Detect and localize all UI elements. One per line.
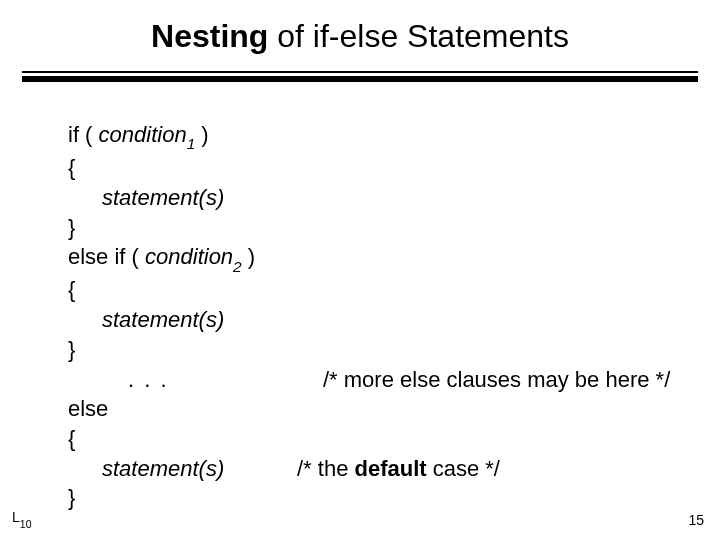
paren-close-2: ) [242, 244, 255, 269]
comment-default: /* the default case */ [297, 454, 500, 484]
code-line-6: { [68, 275, 670, 305]
brace-close-3: } [68, 485, 75, 510]
title-bold: Nesting [151, 18, 268, 54]
code-line-8: } [68, 335, 670, 365]
stmt-1: statement(s) [102, 185, 224, 210]
cond2: condition [145, 244, 233, 269]
slide: Nesting of if-else Statements if ( condi… [0, 0, 720, 540]
stmt-3: statement(s) [68, 454, 297, 484]
code-line-10: else [68, 394, 670, 424]
comment-default-c: case */ [427, 456, 500, 481]
code-line-3: statement(s) [68, 183, 670, 213]
slide-title: Nesting of if-else Statements [0, 0, 720, 65]
footer-right: 15 [688, 512, 704, 528]
footer-left-main: L [12, 509, 20, 525]
comment-more-else: /* more else clauses may be here */ [323, 365, 670, 395]
paren-close-1: ) [195, 122, 208, 147]
cond1: condition [99, 122, 187, 147]
kw-elseif: else if ( [68, 244, 145, 269]
code-line-5: else if ( condition2 ) [68, 242, 670, 275]
kw-if: if ( [68, 122, 99, 147]
ellipsis: . . . [68, 365, 323, 395]
stmt-2: statement(s) [102, 307, 224, 332]
code-line-11: { [68, 424, 670, 454]
comment-default-b: default [354, 456, 426, 481]
brace-open-3: { [68, 426, 75, 451]
title-rest: of if-else Statements [268, 18, 569, 54]
cond1-sub: 1 [187, 135, 196, 152]
footer-left-sub: 10 [20, 518, 32, 530]
code-line-2: { [68, 153, 670, 183]
footer-left: L10 [12, 509, 31, 528]
code-line-12: statement(s)/* the default case */ [68, 454, 670, 484]
code-line-1: if ( condition1 ) [68, 120, 670, 153]
brace-open-1: { [68, 155, 75, 180]
brace-close-2: } [68, 337, 75, 362]
title-rule [22, 71, 698, 82]
code-line-4: } [68, 213, 670, 243]
code-line-13: } [68, 483, 670, 513]
kw-else: else [68, 396, 108, 421]
cond2-sub: 2 [233, 258, 242, 275]
code-line-7: statement(s) [68, 305, 670, 335]
rule-thick [22, 76, 698, 82]
code-block: if ( condition1 ) { statement(s) } else … [68, 120, 670, 513]
code-line-9: . . ./* more else clauses may be here */ [68, 365, 670, 395]
brace-open-2: { [68, 277, 75, 302]
brace-close-1: } [68, 215, 75, 240]
comment-default-a: /* the [297, 456, 354, 481]
